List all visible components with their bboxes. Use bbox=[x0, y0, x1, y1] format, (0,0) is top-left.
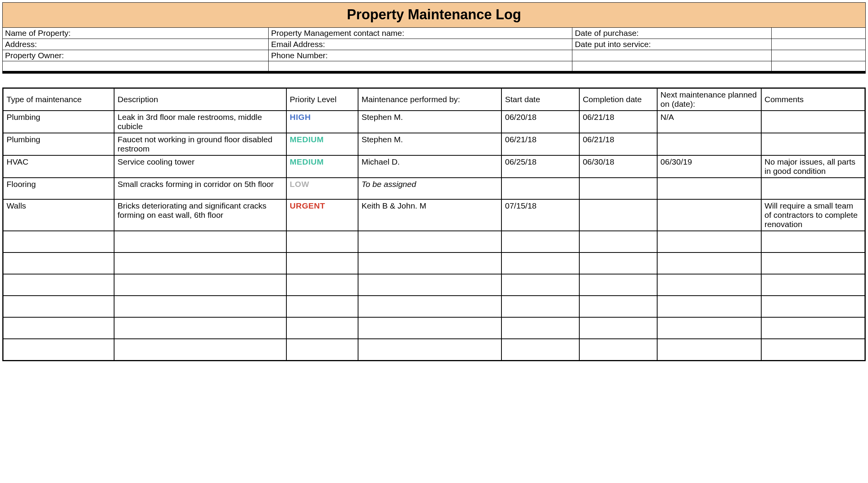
cell-type bbox=[3, 252, 114, 274]
info-cell: Date of purchase: bbox=[572, 28, 771, 39]
cell-performed-by bbox=[358, 274, 501, 296]
column-header: Maintenance performed by: bbox=[358, 88, 501, 111]
thick-divider bbox=[2, 71, 866, 74]
cell-next-maintenance bbox=[657, 178, 761, 199]
cell-comments bbox=[761, 252, 865, 274]
column-header: Next maintenance planned on (date): bbox=[657, 88, 761, 111]
cell-comments: No major issues, all parts in good condi… bbox=[761, 155, 865, 178]
cell-description bbox=[114, 231, 286, 252]
column-header: Type of maintenance bbox=[3, 88, 114, 111]
cell-start-date: 06/25/18 bbox=[501, 155, 579, 178]
cell-comments bbox=[761, 296, 865, 317]
cell-description: Bricks deteriorating and significant cra… bbox=[114, 199, 286, 231]
column-header: Start date bbox=[501, 88, 579, 111]
cell-next-maintenance bbox=[657, 252, 761, 274]
column-header: Completion date bbox=[579, 88, 657, 111]
cell-comments bbox=[761, 231, 865, 252]
info-cell: Property Owner: bbox=[3, 50, 269, 61]
table-row: HVACService cooling towerMEDIUMMichael D… bbox=[3, 155, 865, 178]
info-cell: Property Management contact name: bbox=[269, 28, 572, 39]
cell-comments bbox=[761, 133, 865, 155]
cell-description bbox=[114, 339, 286, 360]
cell-description: Service cooling tower bbox=[114, 155, 286, 178]
cell-start-date bbox=[501, 339, 579, 360]
cell-next-maintenance bbox=[657, 133, 761, 155]
cell-performed-by bbox=[358, 252, 501, 274]
cell-description: Small cracks forming in corridor on 5th … bbox=[114, 178, 286, 199]
column-header: Description bbox=[114, 88, 286, 111]
info-cell bbox=[269, 61, 572, 71]
cell-start-date bbox=[501, 252, 579, 274]
cell-performed-by bbox=[358, 339, 501, 360]
info-cell: Date put into service: bbox=[572, 39, 771, 50]
cell-description: Faucet not working in ground floor disab… bbox=[114, 133, 286, 155]
page-title: Property Maintenance Log bbox=[2, 2, 866, 27]
cell-performed-by bbox=[358, 231, 501, 252]
cell-type: Flooring bbox=[3, 178, 114, 199]
table-row bbox=[3, 252, 865, 274]
cell-priority bbox=[286, 339, 358, 360]
cell-type bbox=[3, 339, 114, 360]
cell-priority: LOW bbox=[286, 178, 358, 199]
info-row: Property Owner:Phone Number: bbox=[3, 50, 866, 61]
info-cell bbox=[572, 50, 771, 61]
info-cell: Email Address: bbox=[269, 39, 572, 50]
cell-next-maintenance bbox=[657, 339, 761, 360]
info-cell bbox=[771, 61, 865, 71]
table-row: FlooringSmall cracks forming in corridor… bbox=[3, 178, 865, 199]
cell-type: Plumbing bbox=[3, 111, 114, 133]
cell-priority bbox=[286, 252, 358, 274]
cell-priority: URGENT bbox=[286, 199, 358, 231]
cell-priority bbox=[286, 274, 358, 296]
cell-next-maintenance bbox=[657, 231, 761, 252]
cell-performed-by bbox=[358, 317, 501, 339]
cell-comments bbox=[761, 111, 865, 133]
info-cell bbox=[3, 61, 269, 71]
cell-start-date bbox=[501, 274, 579, 296]
table-row bbox=[3, 231, 865, 252]
table-row bbox=[3, 274, 865, 296]
cell-completion-date bbox=[579, 339, 657, 360]
cell-type bbox=[3, 296, 114, 317]
cell-completion-date bbox=[579, 231, 657, 252]
cell-comments bbox=[761, 339, 865, 360]
table-row: WallsBricks deteriorating and significan… bbox=[3, 199, 865, 231]
table-row: PlumbingFaucet not working in ground flo… bbox=[3, 133, 865, 155]
cell-next-maintenance: 06/30/19 bbox=[657, 155, 761, 178]
cell-completion-date bbox=[579, 317, 657, 339]
cell-completion-date bbox=[579, 296, 657, 317]
cell-start-date: 06/20/18 bbox=[501, 111, 579, 133]
info-row: Address:Email Address:Date put into serv… bbox=[3, 39, 866, 50]
cell-completion-date bbox=[579, 178, 657, 199]
cell-description bbox=[114, 317, 286, 339]
cell-completion-date bbox=[579, 274, 657, 296]
cell-priority: MEDIUM bbox=[286, 155, 358, 178]
info-row: Name of Property:Property Management con… bbox=[3, 28, 866, 39]
table-row bbox=[3, 339, 865, 360]
info-cell bbox=[771, 50, 865, 61]
cell-start-date bbox=[501, 317, 579, 339]
info-cell bbox=[771, 39, 865, 50]
maintenance-log-table: Type of maintenanceDescriptionPriority L… bbox=[2, 88, 866, 361]
table-row bbox=[3, 296, 865, 317]
cell-next-maintenance: N/A bbox=[657, 111, 761, 133]
info-cell bbox=[771, 28, 865, 39]
cell-type bbox=[3, 317, 114, 339]
cell-comments bbox=[761, 274, 865, 296]
cell-performed-by bbox=[358, 296, 501, 317]
cell-completion-date bbox=[579, 199, 657, 231]
cell-completion-date: 06/21/18 bbox=[579, 111, 657, 133]
cell-start-date bbox=[501, 296, 579, 317]
cell-description: Leak in 3rd floor male restrooms, middle… bbox=[114, 111, 286, 133]
cell-next-maintenance bbox=[657, 199, 761, 231]
cell-performed-by: Stephen M. bbox=[358, 133, 501, 155]
column-header: Priority Level bbox=[286, 88, 358, 111]
cell-completion-date: 06/21/18 bbox=[579, 133, 657, 155]
cell-performed-by: Stephen M. bbox=[358, 111, 501, 133]
cell-type: Plumbing bbox=[3, 133, 114, 155]
cell-next-maintenance bbox=[657, 317, 761, 339]
cell-priority bbox=[286, 317, 358, 339]
cell-priority: MEDIUM bbox=[286, 133, 358, 155]
cell-priority: HIGH bbox=[286, 111, 358, 133]
cell-description bbox=[114, 252, 286, 274]
